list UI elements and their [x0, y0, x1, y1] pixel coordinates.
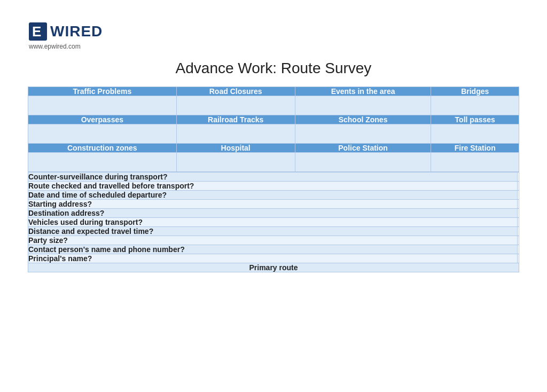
col-road-closures: Road Closures — [176, 87, 295, 96]
qa-label-7: Party size? — [28, 236, 518, 245]
header-row-1: Traffic Problems Road Closures Events in… — [28, 87, 519, 96]
logo-icon: E — [28, 21, 48, 42]
qa-answer-7[interactable] — [518, 236, 519, 245]
col-hospital: Hospital — [176, 144, 295, 153]
qa-answer-3[interactable] — [518, 200, 519, 209]
col-construction: Construction zones — [28, 144, 177, 153]
qa-answer-5[interactable] — [518, 218, 519, 227]
qa-row: Vehicles used during transport? — [28, 218, 519, 227]
qa-label-0: Counter-surveillance during transport? — [28, 173, 518, 182]
col-events: Events in the area — [295, 87, 431, 96]
qa-row: Route checked and travelled before trans… — [28, 182, 519, 191]
qa-label-8: Contact person's name and phone number? — [28, 245, 518, 254]
logo-text: WIRED — [50, 23, 103, 40]
page-title: Advance Work: Route Survey — [28, 60, 519, 77]
col-traffic-problems: Traffic Problems — [28, 87, 177, 96]
qa-answer-1[interactable] — [518, 182, 519, 191]
data-cell-2-1[interactable] — [28, 124, 177, 144]
col-police: Police Station — [295, 144, 431, 153]
col-bridges: Bridges — [431, 87, 519, 96]
data-cell-2-3[interactable] — [295, 124, 431, 144]
qa-row: Contact person's name and phone number? — [28, 245, 519, 254]
qa-label-4: Destination address? — [28, 209, 518, 218]
data-cell-1-4[interactable] — [431, 96, 519, 115]
logo-box: E WIRED — [28, 21, 103, 42]
data-cell-1-1[interactable] — [28, 96, 177, 115]
qa-answer-8[interactable] — [518, 245, 519, 254]
qa-answer-6[interactable] — [518, 227, 519, 236]
qa-table: Counter-surveillance during transport?Ro… — [28, 172, 519, 272]
header-row-2: Overpasses Railroad Tracks School Zones … — [28, 115, 519, 124]
data-cell-1-3[interactable] — [295, 96, 431, 115]
col-railroad: Railroad Tracks — [176, 115, 295, 124]
qa-label-6: Distance and expected travel time? — [28, 227, 518, 236]
data-row-2 — [28, 124, 519, 144]
qa-row: Date and time of scheduled departure? — [28, 191, 519, 200]
col-fire-station: Fire Station — [431, 144, 519, 153]
main-table: Traffic Problems Road Closures Events in… — [28, 87, 519, 172]
svg-text:E: E — [32, 23, 41, 40]
col-school-zones: School Zones — [295, 115, 431, 124]
data-cell-1-2[interactable] — [176, 96, 295, 115]
data-row-3 — [28, 153, 519, 172]
data-cell-3-2[interactable] — [176, 153, 295, 172]
qa-row: Principal's name? — [28, 254, 519, 263]
page-container: E WIRED www.epwired.com Advance Work: Ro… — [12, 11, 535, 283]
qa-answer-0[interactable] — [518, 173, 519, 182]
logo-url: www.epwired.com — [29, 43, 103, 50]
col-toll-passes: Toll passes — [431, 115, 519, 124]
qa-row: Counter-surveillance during transport? — [28, 173, 519, 182]
qa-answer-9[interactable] — [518, 254, 519, 263]
data-cell-2-4[interactable] — [431, 124, 519, 144]
data-cell-3-4[interactable] — [431, 153, 519, 172]
qa-answer-4[interactable] — [518, 209, 519, 218]
qa-answer-2[interactable] — [518, 191, 519, 200]
qa-row: Starting address? — [28, 200, 519, 209]
qa-label-1: Route checked and travelled before trans… — [28, 182, 518, 191]
qa-row: Distance and expected travel time? — [28, 227, 519, 236]
qa-label-2: Date and time of scheduled departure? — [28, 191, 518, 200]
data-cell-2-2[interactable] — [176, 124, 295, 144]
qa-row: Destination address? — [28, 209, 519, 218]
footer-row: Primary route — [28, 263, 519, 272]
qa-label-3: Starting address? — [28, 200, 518, 209]
data-cell-3-3[interactable] — [295, 153, 431, 172]
qa-label-9: Principal's name? — [28, 254, 518, 263]
data-row-1 — [28, 96, 519, 115]
header-row-3: Construction zones Hospital Police Stati… — [28, 144, 519, 153]
qa-row: Party size? — [28, 236, 519, 245]
col-overpasses: Overpasses — [28, 115, 177, 124]
header: E WIRED www.epwired.com — [28, 21, 519, 50]
logo-container: E WIRED www.epwired.com — [28, 21, 103, 50]
footer-cell: Primary route — [28, 263, 519, 272]
data-cell-3-1[interactable] — [28, 153, 177, 172]
qa-label-5: Vehicles used during transport? — [28, 218, 518, 227]
